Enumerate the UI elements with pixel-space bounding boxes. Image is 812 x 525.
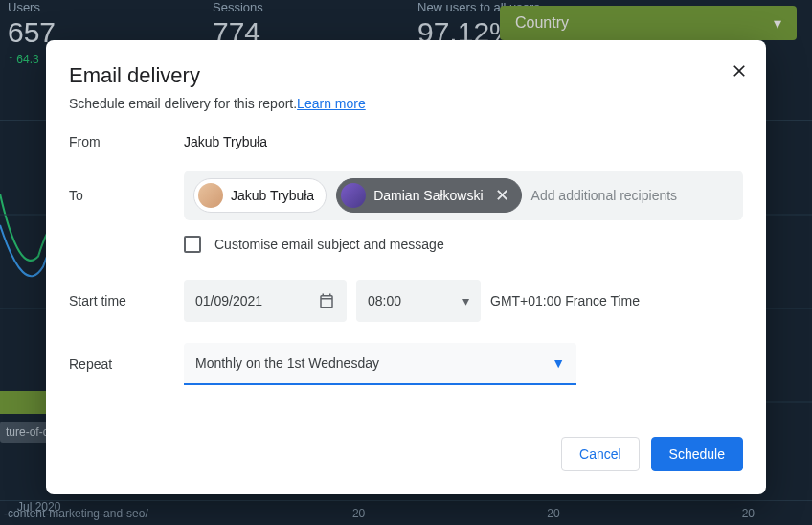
customise-label: Customise email subject and message [214, 237, 444, 252]
close-icon [730, 61, 749, 80]
from-value: Jakub Trybuła [184, 134, 267, 149]
add-recipient-placeholder: Add additional recipients [531, 188, 678, 203]
to-label: To [69, 188, 184, 203]
dialog-subtitle: Schedule email delivery for this report.… [69, 96, 743, 111]
email-delivery-dialog: Email delivery Schedule email delivery f… [46, 40, 766, 494]
cancel-button[interactable]: Cancel [561, 437, 640, 471]
repeat-label: Repeat [69, 356, 184, 372]
recipients-input[interactable]: Jakub Trybuła Damian Sałkowski ✕ Add add… [184, 171, 743, 220]
recipient-chip[interactable]: Damian Sałkowski ✕ [336, 178, 521, 213]
time-input[interactable]: 08:00 ▾ [356, 280, 481, 322]
dropdown-arrow-icon: ▼ [552, 355, 565, 371]
recipient-name: Jakub Trybuła [231, 188, 314, 203]
recipient-chip[interactable]: Jakub Trybuła [193, 178, 327, 213]
calendar-icon [318, 292, 335, 309]
learn-more-link[interactable]: Learn more [297, 96, 366, 111]
avatar [341, 183, 366, 208]
remove-recipient-icon[interactable]: ✕ [495, 187, 509, 204]
timezone-text: GMT+01:00 France Time [490, 293, 640, 308]
chevron-down-icon: ▾ [462, 293, 469, 308]
repeat-value: Monthly on the 1st Wednesday [195, 355, 379, 371]
repeat-select[interactable]: Monthly on the 1st Wednesday ▼ [184, 343, 576, 385]
dialog-title: Email delivery [69, 63, 743, 88]
date-input[interactable]: 01/09/2021 [184, 280, 347, 322]
start-time-label: Start time [69, 293, 184, 308]
time-value: 08:00 [368, 293, 401, 308]
close-button[interactable] [730, 61, 749, 80]
schedule-button[interactable]: Schedule [651, 437, 743, 471]
customise-checkbox[interactable] [184, 236, 201, 253]
recipient-name: Damian Sałkowski [373, 188, 483, 203]
from-label: From [69, 134, 184, 149]
date-value: 01/09/2021 [195, 293, 262, 308]
avatar [198, 183, 223, 208]
